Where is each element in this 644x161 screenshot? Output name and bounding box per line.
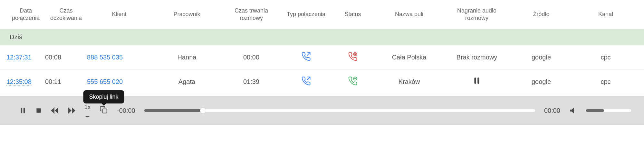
employee-name: Hanna <box>151 54 222 61</box>
elapsed-time: -00:00 <box>117 107 135 114</box>
call-time-link[interactable]: 12:37:31 <box>6 54 32 61</box>
rewind-button[interactable] <box>51 107 59 114</box>
col-source: Źródło <box>509 11 573 18</box>
col-calltype: Typ połączenia <box>280 11 332 18</box>
seek-bar[interactable] <box>144 109 535 112</box>
phone-missed-icon <box>348 52 358 63</box>
col-client: Klient <box>87 11 151 18</box>
phone-answered-icon <box>348 76 358 87</box>
call-type-cell <box>280 52 332 63</box>
wait-time: 00:11 <box>45 78 87 85</box>
status-cell <box>332 52 374 63</box>
col-recording: Nagranie audio rozmowy <box>445 7 509 22</box>
svg-marker-10 <box>72 107 75 114</box>
source-cell: google <box>509 54 573 61</box>
seek-fill <box>144 109 203 112</box>
forward-button[interactable] <box>68 107 75 114</box>
volume-bar[interactable] <box>586 109 631 112</box>
phone-outgoing-icon <box>301 76 311 87</box>
call-duration: 00:00 <box>222 54 280 61</box>
call-time-link[interactable]: 12:35:08 <box>6 78 32 85</box>
svg-marker-8 <box>55 107 58 114</box>
svg-rect-11 <box>103 109 107 113</box>
date-group-today: Dziś <box>0 29 644 45</box>
pool-name: Cała Polska <box>374 54 445 61</box>
svg-rect-2 <box>474 77 476 84</box>
stop-button[interactable] <box>35 107 42 114</box>
call-type-cell <box>280 76 332 87</box>
call-log-table: Data połączenia Czas oczekiwania Klient … <box>0 0 644 125</box>
pool-name: Kraków <box>374 78 445 85</box>
recording-cell <box>445 76 509 87</box>
audio-player: 1x _ Skopiuj link -00:00 00:00 <box>0 96 644 125</box>
speed-underline: _ <box>86 111 89 117</box>
wait-time: 00:08 <box>45 54 87 61</box>
svg-rect-6 <box>36 108 41 112</box>
pause-button[interactable] <box>19 107 26 114</box>
svg-marker-7 <box>51 107 54 114</box>
recording-cell: Brak rozmowy <box>445 54 509 61</box>
col-date: Data połączenia <box>6 7 45 22</box>
col-employee: Pracownik <box>151 11 222 18</box>
play-recording-button[interactable] <box>473 77 481 87</box>
col-pool: Nazwa puli <box>374 11 445 18</box>
svg-rect-3 <box>477 77 479 84</box>
source-cell: google <box>509 78 573 85</box>
call-duration: 01:39 <box>222 78 280 85</box>
employee-name: Agata <box>151 78 222 85</box>
col-status: Status <box>332 11 374 18</box>
phone-outgoing-icon <box>301 52 311 63</box>
svg-marker-9 <box>68 107 72 114</box>
client-phone-link[interactable]: 888 535 035 <box>87 54 123 61</box>
status-cell <box>332 76 374 87</box>
svg-rect-5 <box>24 108 25 113</box>
table-header-row: Data połączenia Czas oczekiwania Klient … <box>0 0 644 29</box>
copy-link-tooltip: Skopiuj link <box>83 90 124 103</box>
remaining-time: 00:00 <box>544 107 560 114</box>
col-wait: Czas oczekiwania <box>45 7 87 22</box>
table-row: 12:37:31 00:08 888 535 035 Hanna 00:00 C… <box>0 45 644 70</box>
client-phone-link[interactable]: 555 655 020 <box>87 78 123 85</box>
volume-icon[interactable] <box>569 107 577 114</box>
seek-handle[interactable] <box>200 108 206 113</box>
speed-value: 1x <box>84 104 91 111</box>
volume-fill <box>586 109 604 112</box>
channel-cell: cpc <box>573 54 638 61</box>
svg-rect-4 <box>21 108 23 113</box>
svg-marker-12 <box>570 108 574 113</box>
playback-speed[interactable]: 1x _ <box>84 104 91 117</box>
col-channel: Kanał <box>573 11 638 18</box>
channel-cell: cpc <box>573 78 638 85</box>
col-duration: Czas trwania rozmowy <box>222 7 280 22</box>
